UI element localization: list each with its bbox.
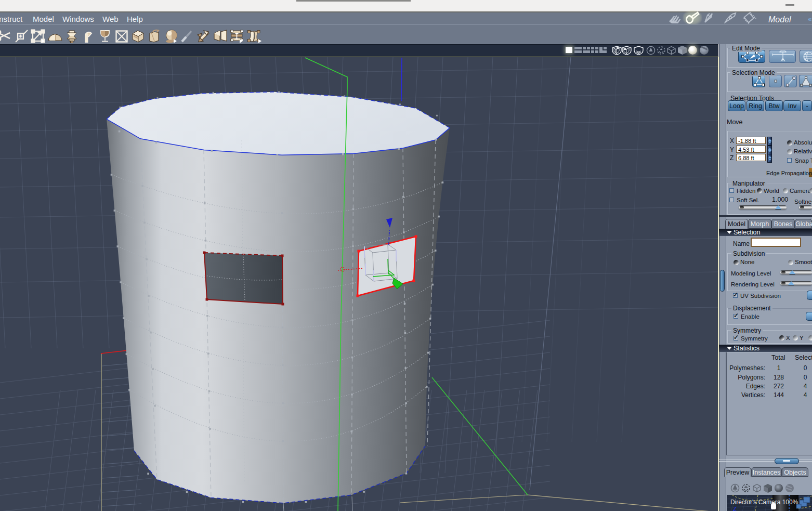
svg-text:Director's Camera 100%: Director's Camera 100% xyxy=(730,499,798,506)
svg-text:Z: Z xyxy=(733,506,737,511)
